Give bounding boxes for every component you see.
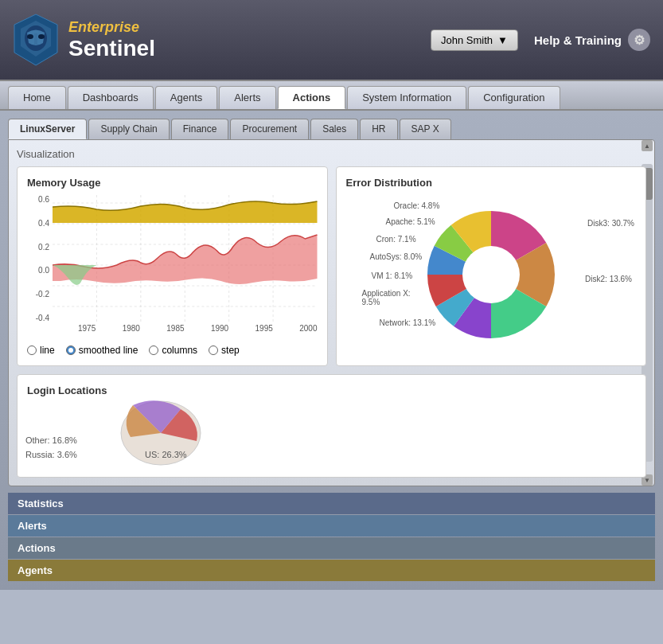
sub-tab-hr[interactable]: HR xyxy=(360,119,397,139)
autosys-label: AutoSys: 8.0% xyxy=(370,252,423,261)
sub-tabs: LinuxServer Supply Chain Finance Procure… xyxy=(8,119,655,139)
logo-area: Enterprise Sentinel xyxy=(13,13,155,67)
network-label: Network: 13.1% xyxy=(380,318,436,327)
help-training-button[interactable]: Help & Training ⚙ xyxy=(534,29,650,51)
memory-usage-chart xyxy=(53,195,318,322)
x-label-1980: 1980 xyxy=(123,324,140,333)
user-label: John Smith xyxy=(441,34,493,46)
radio-line[interactable]: line xyxy=(27,345,55,356)
x-label-1975: 1975 xyxy=(78,324,96,333)
nav-tab-actions[interactable]: Actions xyxy=(278,86,346,109)
agents-bar[interactable]: Agents xyxy=(8,560,655,581)
y-axis: 0.6 0.4 0.2 0.0 -0.2 -0.4 xyxy=(27,195,51,322)
main-nav: Home Dashboards Agents Alerts Actions Sy… xyxy=(0,80,663,111)
x-label-1985: 1985 xyxy=(166,324,184,333)
x-label-1990: 1990 xyxy=(211,324,228,333)
y-label--0.4: -0.4 xyxy=(27,314,49,322)
nav-tab-configuration[interactable]: Configuration xyxy=(468,86,560,109)
cron-label: Cron: 7.1% xyxy=(376,235,416,244)
header: Enterprise Sentinel John Smith ▼ Help & … xyxy=(0,0,663,80)
radio-circle-columns[interactable] xyxy=(149,345,158,355)
nav-tab-agents[interactable]: Agents xyxy=(155,86,217,109)
user-button[interactable]: John Smith ▼ xyxy=(431,29,518,51)
apache-label: Apache: 5.1% xyxy=(386,217,435,226)
radio-circle-line[interactable] xyxy=(27,345,37,355)
error-distribution-title: Error Distribution xyxy=(346,177,637,189)
header-right: John Smith ▼ Help & Training ⚙ xyxy=(431,29,650,51)
visualization-title: Visualization xyxy=(17,148,646,160)
nav-tab-home[interactable]: Home xyxy=(8,86,66,109)
dashboard-panel: Visualization ▲ ▼ Memory Usage 0.6 0.4 0… xyxy=(8,139,655,486)
sub-tab-sap-x[interactable]: SAP X xyxy=(400,119,451,139)
svg-point-5 xyxy=(38,34,45,39)
content-area: LinuxServer Supply Chain Finance Procure… xyxy=(0,111,663,590)
svg-point-4 xyxy=(27,34,33,39)
nav-tab-dashboards[interactable]: Dashboards xyxy=(68,86,154,109)
actions-bar[interactable]: Actions xyxy=(8,537,655,559)
radio-label-step: step xyxy=(221,345,240,356)
russia-label: Russia: 3.6% xyxy=(25,450,77,459)
radio-columns[interactable]: columns xyxy=(149,345,197,356)
nav-tab-system-information[interactable]: System Information xyxy=(347,86,466,109)
radio-step[interactable]: step xyxy=(209,345,240,356)
disk2-label: Disk2: 13.6% xyxy=(585,275,632,283)
login-locations-panel: Login Locations Other: 16.8% Russia: 3.6… xyxy=(17,374,646,478)
sub-tab-procurement[interactable]: Procurement xyxy=(230,119,309,139)
error-distribution-panel: Error Distribution xyxy=(336,166,647,366)
login-locations-title: Login Locations xyxy=(27,384,636,396)
radio-label-line: line xyxy=(40,345,55,356)
x-axis: 1975 1980 1985 1990 1995 2000 xyxy=(53,324,318,333)
y-label-0.2: 0.2 xyxy=(27,243,49,252)
y-label-0.0: 0.0 xyxy=(27,266,49,275)
y-label--0.2: -0.2 xyxy=(27,290,49,299)
help-training-label: Help & Training xyxy=(534,33,622,47)
logo-text: Enterprise Sentinel xyxy=(68,19,155,61)
x-label-2000: 2000 xyxy=(299,324,317,333)
scroll-up-button[interactable]: ▲ xyxy=(642,140,653,151)
pie-labels: Oracle: 4.8% Apache: 5.1% Cron: 7.1% Aut… xyxy=(346,195,637,354)
dropdown-arrow-icon: ▼ xyxy=(497,34,508,46)
other-label: Other: 16.8% xyxy=(25,435,77,445)
nav-tab-alerts[interactable]: Alerts xyxy=(219,86,275,109)
gear-icon: ⚙ xyxy=(628,29,650,51)
x-label-1995: 1995 xyxy=(255,324,273,333)
y-label-0.6: 0.6 xyxy=(27,195,49,204)
logo-shield-icon xyxy=(13,13,59,67)
radio-label-smoothed: smoothed line xyxy=(79,345,138,356)
memory-usage-panel: Memory Usage 0.6 0.4 0.2 0.0 -0.2 -0.4 xyxy=(17,166,328,366)
top-panels-row: Memory Usage 0.6 0.4 0.2 0.0 -0.2 -0.4 xyxy=(17,166,646,366)
vm1-label: VM 1: 8.1% xyxy=(372,271,413,280)
sub-tab-sales[interactable]: Sales xyxy=(310,119,358,139)
sub-tab-linuxserver[interactable]: LinuxServer xyxy=(8,119,87,139)
y-label-0.4: 0.4 xyxy=(27,219,49,228)
statistics-bar[interactable]: Statistics xyxy=(8,493,655,514)
svg-rect-3 xyxy=(34,33,37,45)
appx-label: Application X:9.5% xyxy=(362,289,411,306)
radio-smoothed-line[interactable]: smoothed line xyxy=(66,345,138,356)
radio-label-columns: columns xyxy=(162,345,197,356)
sub-tab-supply-chain[interactable]: Supply Chain xyxy=(88,119,169,139)
radio-circle-smoothed[interactable] xyxy=(66,345,76,355)
memory-usage-title: Memory Usage xyxy=(27,177,318,189)
enterprise-label: Enterprise xyxy=(68,19,155,36)
status-bars: Statistics Alerts Actions Agents xyxy=(8,493,655,581)
sub-tab-finance[interactable]: Finance xyxy=(171,119,229,139)
alerts-bar[interactable]: Alerts xyxy=(8,515,655,537)
disk3-label: Disk3: 30.7% xyxy=(587,219,634,228)
oracle-label: Oracle: 4.8% xyxy=(394,201,440,210)
chart-type-radio-group: line smoothed line columns step xyxy=(27,345,318,356)
us-label: US: 26.3% xyxy=(145,450,187,459)
radio-circle-step[interactable] xyxy=(209,345,218,355)
sentinel-label: Sentinel xyxy=(68,36,155,61)
